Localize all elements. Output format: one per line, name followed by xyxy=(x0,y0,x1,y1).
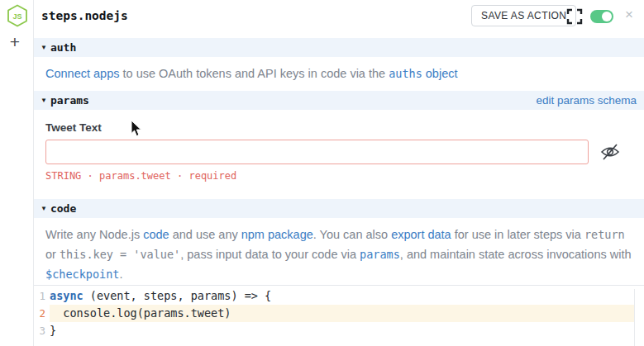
auth-section-header[interactable]: ▼ auth xyxy=(34,38,644,57)
auth-desc-text: to use OAuth tokens and API keys in code… xyxy=(119,67,389,80)
editor-line: 3 } xyxy=(34,322,644,339)
npm-package-link[interactable]: npm package xyxy=(241,228,313,241)
code-desc-text: . You can also xyxy=(313,228,391,241)
nodejs-icon: JS xyxy=(7,4,28,27)
editor-right-border xyxy=(634,289,635,346)
mouse-cursor xyxy=(131,120,143,138)
add-step-button[interactable]: + xyxy=(5,33,25,53)
code-description: Write any Node.js code and use any npm p… xyxy=(45,225,636,284)
left-rail: JS + xyxy=(0,0,34,346)
field-type: STRING xyxy=(45,170,81,182)
meta-separator: · xyxy=(81,170,99,182)
code-desc-text: . xyxy=(119,268,122,281)
svg-text:JS: JS xyxy=(12,12,21,21)
step-enabled-toggle[interactable] xyxy=(590,10,613,23)
save-as-action-button[interactable]: SAVE AS ACTION xyxy=(471,5,576,26)
export-data-link[interactable]: export data xyxy=(391,228,451,241)
line-number[interactable]: 2 xyxy=(34,305,50,322)
code-desc-text: for use in later steps via xyxy=(451,228,584,241)
auths-object-link-tail[interactable]: object xyxy=(422,67,458,80)
tweet-text-label: Tweet Text xyxy=(45,121,102,134)
code-desc-text: , pass input data to your code via xyxy=(180,248,360,261)
params-link[interactable]: params xyxy=(360,248,400,261)
code-section-label: code xyxy=(50,202,76,215)
line-number[interactable]: 1 xyxy=(34,287,50,305)
thiskey-code-text: this.key = 'value' xyxy=(60,248,180,261)
meta-separator: · xyxy=(171,170,189,182)
toggle-knob xyxy=(602,12,612,21)
auths-object-link[interactable]: auths xyxy=(389,67,422,80)
line-number[interactable]: 3 xyxy=(34,322,50,339)
editor-line: 1 async (event, steps, params) => { xyxy=(34,287,644,305)
connect-apps-link[interactable]: Connect apps xyxy=(45,67,119,80)
code-text: (event, steps, params) => { xyxy=(83,289,272,302)
step-title[interactable]: steps.nodejs xyxy=(41,9,128,22)
code-desc-text: and use any xyxy=(169,228,241,241)
code-desc-text: Write any Node.js xyxy=(45,228,143,241)
code-desc-text: , and maintain state across invocations … xyxy=(400,248,632,261)
eye-off-icon[interactable] xyxy=(599,141,621,163)
code-line[interactable]: async (event, steps, params) => { xyxy=(50,287,634,305)
code-desc-text: or xyxy=(45,248,60,261)
return-code-text: return xyxy=(584,228,625,241)
code-line[interactable]: console.log(params.tweet) xyxy=(50,305,634,322)
params-section-header[interactable]: ▼ params edit params schema xyxy=(34,91,644,110)
fullscreen-icon[interactable] xyxy=(565,7,584,26)
field-required: required xyxy=(188,170,236,182)
code-editor[interactable]: 1 async (event, steps, params) => { 2 co… xyxy=(34,287,644,346)
collapse-triangle-icon: ▼ xyxy=(41,45,47,51)
code-line[interactable]: } xyxy=(50,322,634,339)
keyword-async: async xyxy=(50,289,83,302)
step-editor-panel: JS + steps.nodejs SAVE AS ACTION × ▼ aut… xyxy=(0,0,644,346)
collapse-triangle-icon: ▼ xyxy=(41,97,47,104)
checkpoint-link[interactable]: $checkpoint xyxy=(45,268,119,281)
field-meta: STRING · params.tweet · required xyxy=(45,170,236,182)
close-icon[interactable]: × xyxy=(622,6,637,24)
tweet-text-input[interactable] xyxy=(45,140,589,164)
code-docs-link[interactable]: code xyxy=(143,228,169,241)
field-path: params.tweet xyxy=(99,170,171,182)
editor-top-divider xyxy=(34,285,644,286)
editor-line-active: 2 console.log(params.tweet) xyxy=(34,305,644,322)
auth-section-label: auth xyxy=(50,41,76,54)
collapse-triangle-icon: ▼ xyxy=(41,206,47,212)
params-section-label: params xyxy=(50,94,89,107)
titlebar: steps.nodejs SAVE AS ACTION × xyxy=(34,0,644,35)
code-section-header[interactable]: ▼ code xyxy=(34,199,644,218)
edit-params-schema-link[interactable]: edit params schema xyxy=(536,94,644,107)
auth-description: Connect apps to use OAuth tokens and API… xyxy=(45,67,632,80)
